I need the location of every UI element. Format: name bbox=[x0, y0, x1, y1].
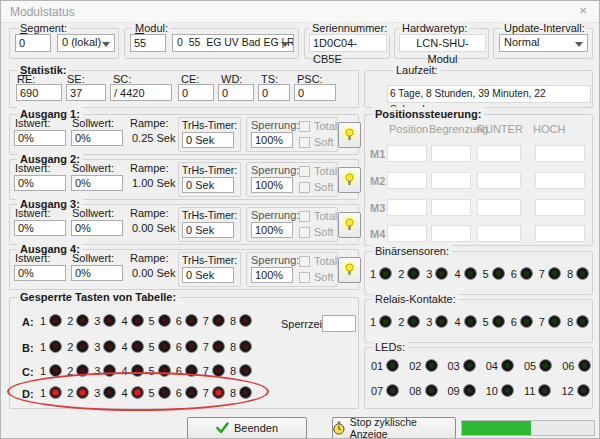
led-indicator bbox=[49, 364, 62, 377]
led-unit: 5 bbox=[149, 364, 171, 377]
stat-ce-value[interactable] bbox=[178, 84, 214, 101]
led-number: 4 bbox=[121, 387, 127, 399]
led-indicator bbox=[76, 386, 89, 399]
led-unit: 03 bbox=[448, 359, 476, 372]
sperrzeit-input[interactable] bbox=[322, 315, 356, 332]
m2-hoch-input bbox=[535, 172, 585, 189]
soft-checkbox: Soft bbox=[299, 136, 334, 148]
m2-begrenzung-input bbox=[431, 172, 471, 189]
istwert-value[interactable] bbox=[14, 130, 66, 146]
led-indicator bbox=[520, 267, 533, 280]
statistik-group: Statistik: RE: SE: SC: CE: WD: TS: PSC: bbox=[9, 70, 359, 108]
trhs-value[interactable] bbox=[182, 267, 234, 283]
led-number: 3 bbox=[94, 315, 100, 327]
trhs-value[interactable] bbox=[182, 177, 234, 193]
led-number: 8 bbox=[230, 315, 236, 327]
segment-label: Segment: bbox=[17, 21, 70, 35]
istwert-label: Istwert: bbox=[15, 207, 50, 219]
led-number: 1 bbox=[370, 316, 376, 328]
led-unit: 8 bbox=[567, 315, 589, 328]
update-intervall-select[interactable]: Normal bbox=[499, 34, 588, 52]
led-unit: 7 bbox=[203, 340, 225, 353]
led-unit: 7 bbox=[539, 267, 561, 280]
soft-label: Soft bbox=[314, 136, 334, 148]
trhs-value[interactable] bbox=[182, 222, 234, 238]
istwert-value[interactable] bbox=[14, 175, 66, 191]
led-unit: 6 bbox=[176, 314, 198, 327]
led-number: 4 bbox=[454, 316, 460, 328]
led-indicator bbox=[103, 364, 116, 377]
stop-zyklische-anzeige-button[interactable]: Stop zyklische Anzeige bbox=[332, 417, 456, 439]
stat-wd-value[interactable] bbox=[218, 84, 254, 101]
led-number: 06 bbox=[562, 360, 574, 372]
stat-sc-value[interactable] bbox=[110, 84, 172, 101]
sollwert-value[interactable] bbox=[71, 265, 123, 281]
stat-ts-value[interactable] bbox=[258, 84, 290, 101]
led-number: 7 bbox=[203, 341, 209, 353]
sollwert-label: Sollwert: bbox=[72, 252, 114, 264]
lamp-button[interactable] bbox=[338, 257, 361, 283]
sperrung-value[interactable] bbox=[251, 177, 293, 193]
led-number: 3 bbox=[94, 341, 100, 353]
checkbox-icon bbox=[299, 182, 310, 193]
led-unit: 06 bbox=[562, 359, 590, 372]
led-number: 8 bbox=[230, 341, 236, 353]
sollwert-value[interactable] bbox=[71, 175, 123, 191]
lightbulb-icon bbox=[342, 261, 357, 279]
beenden-button[interactable]: Beenden bbox=[187, 417, 307, 439]
checkbox-icon bbox=[299, 166, 310, 177]
hardwaretyp-value: LCN-SHU-Modul bbox=[399, 34, 486, 52]
led-indicator bbox=[239, 314, 252, 327]
led-indicator bbox=[158, 386, 171, 399]
led-unit: 3 bbox=[94, 340, 116, 353]
total-checkbox: Total bbox=[299, 210, 337, 222]
sperrung-value[interactable] bbox=[251, 222, 293, 238]
lightbulb-icon bbox=[342, 216, 357, 234]
modul-input[interactable] bbox=[130, 34, 166, 52]
stat-psc-value[interactable] bbox=[294, 84, 336, 101]
segment-select[interactable]: 0 (lokal) bbox=[57, 34, 115, 52]
sollwert-label: Sollwert: bbox=[72, 207, 114, 219]
led-indicator bbox=[407, 315, 420, 328]
row-c-label: C: bbox=[22, 366, 34, 378]
led-unit: 6 bbox=[176, 364, 198, 377]
total-checkbox: Total bbox=[299, 255, 337, 267]
lamp-button[interactable] bbox=[338, 122, 361, 148]
sperrung-value[interactable] bbox=[251, 132, 293, 148]
binaersensoren-led-row: 12345678 bbox=[370, 267, 589, 280]
col-position-label: Position bbox=[389, 123, 428, 135]
seriennummer-label: Seriennummer: bbox=[309, 21, 390, 35]
checkbox-icon bbox=[299, 227, 310, 238]
stat-re-value[interactable] bbox=[16, 84, 62, 101]
istwert-value[interactable] bbox=[14, 265, 66, 281]
led-indicator bbox=[578, 359, 591, 372]
lamp-button[interactable] bbox=[338, 212, 361, 238]
led-number: 02 bbox=[409, 360, 421, 372]
stat-se-value[interactable] bbox=[66, 84, 106, 101]
led-unit: 6 bbox=[176, 340, 198, 353]
led-number: 4 bbox=[121, 341, 127, 353]
led-number: 04 bbox=[486, 360, 498, 372]
gesperrte-tasten-label: Gesperrte Tasten von Tabelle: bbox=[17, 290, 179, 304]
sperrung-value[interactable] bbox=[251, 267, 293, 283]
row-d-label: D: bbox=[22, 388, 34, 400]
led-indicator bbox=[520, 315, 533, 328]
m3-runter-input bbox=[477, 199, 521, 216]
led-number: 6 bbox=[176, 341, 182, 353]
m1-begrenzung-input bbox=[431, 145, 471, 162]
close-icon[interactable]: × bbox=[574, 3, 592, 19]
led-indicator bbox=[577, 384, 590, 397]
lamp-button[interactable] bbox=[338, 167, 361, 193]
led-indicator bbox=[158, 364, 171, 377]
segment-input[interactable] bbox=[15, 34, 51, 52]
led-number: 8 bbox=[230, 387, 236, 399]
m1-runter-input bbox=[477, 145, 521, 162]
col-hoch-label: HOCH bbox=[533, 123, 565, 135]
modul-select[interactable]: 0 55 EG UV Bad EG | RM bbox=[172, 34, 294, 52]
trhs-value[interactable] bbox=[182, 132, 234, 148]
sollwert-value[interactable] bbox=[71, 130, 123, 146]
led-indicator bbox=[407, 267, 420, 280]
istwert-value[interactable] bbox=[14, 220, 66, 236]
sollwert-value[interactable] bbox=[71, 220, 123, 236]
led-unit: 1 bbox=[40, 386, 62, 399]
